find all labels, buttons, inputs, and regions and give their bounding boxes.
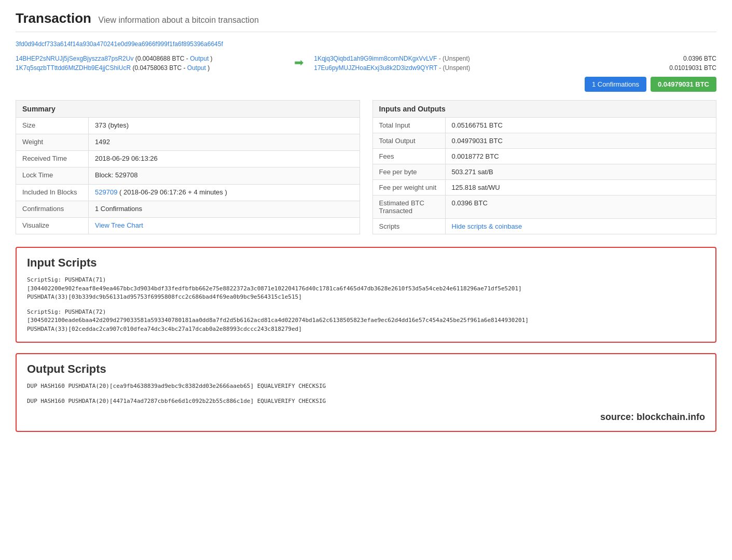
summary-table: Summary Size 373 (bytes) Weight 1492 Rec… <box>16 100 360 234</box>
io-value-fee-per-byte: 503.271 sat/B <box>445 164 716 180</box>
input-line-2: 1K7q5sqzbTTttdd6MtZDHb9E4jjCShiUcR (0.04… <box>16 64 284 72</box>
summary-value-weight: 1492 <box>89 134 360 151</box>
input-script-2: ScriptSig: PUSHDATA(72) [3045022100eade6… <box>27 308 705 334</box>
io-row-fees: Fees 0.0018772 BTC <box>372 149 716 164</box>
summary-value-size: 373 (bytes) <box>89 118 360 134</box>
summary-label-size: Size <box>16 118 89 134</box>
source-label: source: blockchain.info <box>27 412 705 423</box>
summary-label-lock-time: Lock Time <box>16 167 89 184</box>
output-script-1: DUP HASH160 PUSHDATA(20)[cea9fb4638839ad… <box>27 382 705 391</box>
io-row-total-output: Total Output 0.04979031 BTC <box>372 133 716 149</box>
output-status-2: - (Unspent) <box>439 64 470 72</box>
input-script-1: ScriptSig: PUSHDATA(71) [304402200e902fe… <box>27 276 705 302</box>
tx-outputs: 1Kqjq3Qiqbd1ah9G9imm8comNDKgxVvLVF - (Un… <box>314 55 716 92</box>
io-value-estimated-btc: 0.0396 BTC <box>445 195 716 219</box>
summary-label-received-time: Received Time <box>16 151 89 167</box>
transaction-io-row: 14BHEP2sNRUJj5jSexgBjyszza87psR2Uv (0.00… <box>16 55 716 92</box>
io-label-total-output: Total Output <box>372 133 445 149</box>
io-label-fee-per-weight: Fee per weight unit <box>372 180 445 195</box>
io-row-estimated-btc: Estimated BTC Transacted 0.0396 BTC <box>372 195 716 219</box>
summary-row-included-in-blocks: Included In Blocks 529709 ( 2018-06-29 0… <box>16 184 360 201</box>
output-address-1[interactable]: 1Kqjq3Qiqbd1ah9G9imm8comNDKgxVvLVF <box>314 55 437 62</box>
block-link[interactable]: 529709 <box>95 188 117 196</box>
confirmation-row: 1 Confirmations 0.04979031 BTC <box>314 77 716 92</box>
hide-scripts-link[interactable]: Hide scripts & coinbase <box>452 222 522 230</box>
tx-arrow: ➡ <box>294 55 303 69</box>
output-scripts-title: Output Scripts <box>27 362 705 376</box>
input-output-link-2[interactable]: Output <box>187 64 206 72</box>
summary-label-visualize: Visualize <box>16 217 89 234</box>
summary-row-lock-time: Lock Time Block: 529708 <box>16 167 360 184</box>
summary-row-received-time: Received Time 2018-06-29 06:13:26 <box>16 151 360 167</box>
io-value-scripts: Hide scripts & coinbase <box>445 219 716 234</box>
output-line-2: 17Eu6pyMUJZHoaEKxj3u8k2D3izdw9QYRT - (Un… <box>314 64 716 72</box>
output-scripts-section: Output Scripts DUP HASH160 PUSHDATA(20)[… <box>16 353 716 432</box>
io-row-fee-per-byte: Fee per byte 503.271 sat/B <box>372 164 716 180</box>
input-scripts-title: Input Scripts <box>27 256 705 270</box>
io-value-total-output: 0.04979031 BTC <box>445 133 716 149</box>
input-amount-2: (0.04758063 BTC - <box>132 64 187 72</box>
io-row-total-input: Total Input 0.05166751 BTC <box>372 118 716 133</box>
summary-header: Summary <box>16 101 360 118</box>
io-value-fees: 0.0018772 BTC <box>445 149 716 164</box>
summary-value-visualize: View Tree Chart <box>89 217 360 234</box>
output-line-1: 1Kqjq3Qiqbd1ah9G9imm8comNDKgxVvLVF - (Un… <box>314 55 716 62</box>
input-address-2[interactable]: 1K7q5sqzbTTttdd6MtZDHb9E4jjCShiUcR <box>16 64 131 72</box>
output-amount-1: 0.0396 BTC <box>678 55 716 62</box>
input-amount-1: (0.00408688 BTC - <box>135 55 190 62</box>
summary-value-confirmations: 1 Confirmations <box>89 201 360 217</box>
io-value-fee-per-weight: 125.818 sat/WU <box>445 180 716 195</box>
output-address-2[interactable]: 17Eu6pyMUJZHoaEKxj3u8k2D3izdw9QYRT <box>314 64 437 72</box>
page-header: Transaction View information about a bit… <box>16 10 716 32</box>
block-extra: ( 2018-06-29 06:17:26 + 4 minutes ) <box>119 188 227 196</box>
page-subtitle: View information about a bitcoin transac… <box>99 16 259 24</box>
summary-label-confirmations: Confirmations <box>16 201 89 217</box>
io-label-fee-per-byte: Fee per byte <box>372 164 445 180</box>
view-tree-chart-link[interactable]: View Tree Chart <box>95 221 143 229</box>
summary-value-lock-time: Block: 529708 <box>89 167 360 184</box>
io-row-fee-per-weight: Fee per weight unit 125.818 sat/WU <box>372 180 716 195</box>
io-header: Inputs and Outputs <box>372 101 716 118</box>
input-scripts-section: Input Scripts ScriptSig: PUSHDATA(71) [3… <box>16 247 716 343</box>
output-status-1: - (Unspent) <box>439 55 470 62</box>
io-label-estimated-btc: Estimated BTC Transacted <box>372 195 445 219</box>
io-label-total-input: Total Input <box>372 118 445 133</box>
summary-row-size: Size 373 (bytes) <box>16 118 360 134</box>
confirmations-button[interactable]: 1 Confirmations <box>585 77 646 92</box>
transaction-hash: 3fd0d94dcf733a614f14a930a470241e0d99ea69… <box>16 40 716 48</box>
summary-value-received-time: 2018-06-29 06:13:26 <box>89 151 360 167</box>
summary-row-weight: Weight 1492 <box>16 134 360 151</box>
tables-row: Summary Size 373 (bytes) Weight 1492 Rec… <box>16 100 716 234</box>
summary-row-visualize: Visualize View Tree Chart <box>16 217 360 234</box>
summary-label-included-in-blocks: Included In Blocks <box>16 184 89 201</box>
io-row-scripts: Scripts Hide scripts & coinbase <box>372 219 716 234</box>
io-label-scripts: Scripts <box>372 219 445 234</box>
output-amount-2: 0.01019031 BTC <box>664 64 716 72</box>
output-script-2: DUP HASH160 PUSHDATA(20)[4471a74ad7287cb… <box>27 397 705 406</box>
summary-value-included-in-blocks: 529709 ( 2018-06-29 06:17:26 + 4 minutes… <box>89 184 360 201</box>
io-value-total-input: 0.05166751 BTC <box>445 118 716 133</box>
input-line-1: 14BHEP2sNRUJj5jSexgBjyszza87psR2Uv (0.00… <box>16 55 284 62</box>
summary-row-confirmations: Confirmations 1 Confirmations <box>16 201 360 217</box>
io-table: Inputs and Outputs Total Input 0.0516675… <box>372 100 717 234</box>
summary-label-weight: Weight <box>16 134 89 151</box>
total-btc-button[interactable]: 0.04979031 BTC <box>651 77 716 92</box>
io-label-fees: Fees <box>372 149 445 164</box>
input-address-1[interactable]: 14BHEP2sNRUJj5jSexgBjyszza87psR2Uv <box>16 55 133 62</box>
page-title: Transaction <box>16 10 91 26</box>
tx-inputs: 14BHEP2sNRUJj5jSexgBjyszza87psR2Uv (0.00… <box>16 55 284 74</box>
input-output-link-1[interactable]: Output <box>190 55 209 62</box>
